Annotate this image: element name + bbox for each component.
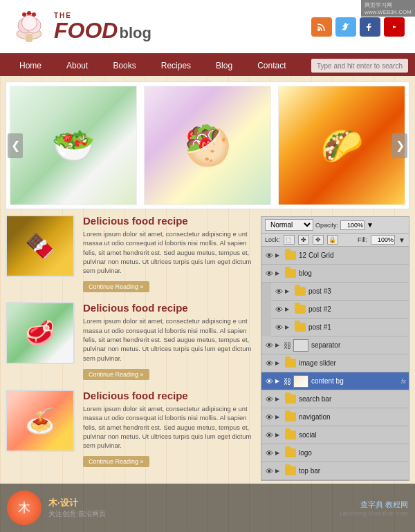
layer-eye-icon[interactable]: 👁 <box>274 287 284 296</box>
layer-post3[interactable]: 👁 ▶ post #3 <box>271 283 409 301</box>
opacity-input[interactable] <box>340 220 365 230</box>
nav-books[interactable]: Books <box>100 55 148 76</box>
layer-expand-icon[interactable]: ▶ <box>285 324 292 330</box>
layer-search-bar[interactable]: 👁 ▶ search bar <box>261 390 409 408</box>
blend-mode-select[interactable]: Normal <box>265 219 313 231</box>
svg-point-10 <box>317 28 320 31</box>
lock-move-icon[interactable]: ✥ <box>313 235 324 245</box>
layer-expand-icon[interactable]: ▶ <box>275 360 282 366</box>
lock-position-icon[interactable]: ⬚ <box>284 235 295 245</box>
nav-home[interactable]: Home <box>7 55 54 76</box>
layer-folder-icon <box>285 359 296 368</box>
layer-12-col-grid[interactable]: 👁 ▶ 12 Col Grid <box>261 247 409 265</box>
rss-icon[interactable] <box>311 17 332 37</box>
layer-eye-icon[interactable]: 👁 <box>264 466 274 476</box>
layer-eye-icon[interactable]: 👁 <box>264 341 274 350</box>
svg-rect-1 <box>26 34 33 42</box>
layer-post1[interactable]: 👁 ▶ post #1 <box>271 319 409 336</box>
logo-area: THE FOOD blog <box>10 8 151 46</box>
layer-separator[interactable]: 👁 ▶ ⛓ separator <box>261 336 409 354</box>
layer-eye-icon[interactable]: 👁 <box>264 269 274 278</box>
post-2-read-more[interactable]: Continue Reading » <box>83 369 149 380</box>
layer-eye-icon[interactable]: 👁 <box>264 377 274 386</box>
main-content: Delicious food recipe Lorem ipsum dolor … <box>0 215 415 481</box>
layer-chain-icon: ⛓ <box>284 377 290 386</box>
layer-eye-icon[interactable]: 👁 <box>264 395 274 404</box>
svg-point-4 <box>22 15 37 30</box>
layer-navigation[interactable]: 👁 ▶ navigation <box>261 408 409 426</box>
watermark-top-right: 网页学习网 www.WEB3K.COM <box>361 0 415 17</box>
nav-about[interactable]: About <box>54 55 100 76</box>
logo-blog: blog <box>119 26 151 41</box>
watermark-sub-text: 关注创意·前沿网页 <box>48 509 106 519</box>
opacity-arrow-icon[interactable]: ▼ <box>367 221 374 229</box>
nav-blog[interactable]: Blog <box>203 55 245 76</box>
slider-next-button[interactable]: ❯ <box>392 133 407 158</box>
layer-eye-icon[interactable]: 👁 <box>264 448 274 458</box>
nav-links: Home About Books Recipes Blog Contact <box>7 55 311 76</box>
slide-3-image <box>279 86 405 205</box>
slider-prev-button[interactable]: ❮ <box>8 133 23 158</box>
layer-expand-icon[interactable]: ▶ <box>275 342 282 348</box>
post-3-text: Lorem ipsum dolor sit amet, consectetur … <box>83 404 257 450</box>
nav-recipes[interactable]: Recipes <box>149 55 203 76</box>
slide-1 <box>10 86 137 205</box>
post-1-content: Delicious food recipe Lorem ipsum dolor … <box>83 215 257 292</box>
layer-expand-icon[interactable]: ▶ <box>275 450 282 456</box>
slide-2-image <box>145 86 270 205</box>
fill-input[interactable] <box>371 235 395 245</box>
layer-name-post2: post #2 <box>308 305 406 313</box>
header: THE FOOD blog <box>0 0 415 55</box>
twitter-icon[interactable] <box>335 17 356 37</box>
post-1-title: Delicious food recipe <box>83 215 257 227</box>
layer-expand-icon[interactable]: ▶ <box>275 396 282 402</box>
lock-all-icon[interactable]: 🔒 <box>327 235 338 245</box>
post-2-thumbnail <box>6 302 75 364</box>
layer-folder-icon <box>285 269 296 278</box>
post-3-content: Delicious food recipe Lorem ipsum dolor … <box>83 390 257 467</box>
layer-folder-icon <box>295 287 306 296</box>
nav-bar: Home About Books Recipes Blog Contact <box>0 55 415 76</box>
youtube-icon[interactable] <box>384 17 405 37</box>
layer-image-slider[interactable]: 👁 ▶ image slider <box>261 354 409 372</box>
layer-folder-icon <box>295 305 306 314</box>
layer-expand-icon[interactable]: ▶ <box>275 270 282 276</box>
watermark-logo: 木 <box>7 491 42 525</box>
blog-posts: Delicious food recipe Lorem ipsum dolor … <box>6 215 261 481</box>
post-3-read-more[interactable]: Continue Reading » <box>83 456 149 467</box>
layer-eye-icon[interactable]: 👁 <box>264 251 274 260</box>
post-item-3: Delicious food recipe Lorem ipsum dolor … <box>6 390 257 467</box>
layer-expand-icon[interactable]: ▶ <box>275 252 282 258</box>
logo-food: FOOD <box>54 19 118 41</box>
layer-content-bg[interactable]: 👁 ▶ ⛓ content bg fx <box>261 372 409 390</box>
watermark-bottom: 木 木·设计 关注创意·前沿网页 查字典 教程网 jiaocheng.chazi… <box>0 484 415 532</box>
post-1-read-more[interactable]: Continue Reading » <box>83 281 149 292</box>
layer-blog[interactable]: 👁 ▶ blog <box>261 265 409 283</box>
lock-pixel-icon[interactable]: ✤ <box>298 235 309 245</box>
layer-name-image-slider: image slider <box>299 359 406 367</box>
layer-eye-icon[interactable]: 👁 <box>274 323 284 332</box>
layer-eye-icon[interactable]: 👁 <box>264 430 274 440</box>
layer-folder-icon <box>285 466 296 475</box>
layer-expand-icon[interactable]: ▶ <box>275 378 282 384</box>
layer-eye-icon[interactable]: 👁 <box>264 359 274 368</box>
layer-social[interactable]: 👁 ▶ social <box>261 426 409 444</box>
fill-label: Fill: <box>358 236 367 243</box>
facebook-icon[interactable] <box>360 17 380 37</box>
search-input[interactable] <box>311 59 408 73</box>
layer-post2[interactable]: 👁 ▶ post #2 <box>271 301 409 319</box>
layer-expand-icon[interactable]: ▶ <box>285 306 292 312</box>
fill-arrow-icon[interactable]: ▼ <box>398 236 405 244</box>
nav-contact[interactable]: Contact <box>245 55 298 76</box>
layer-eye-icon[interactable]: 👁 <box>264 412 274 422</box>
layer-logo[interactable]: 👁 ▶ logo <box>261 444 409 462</box>
layer-expand-icon[interactable]: ▶ <box>275 414 282 420</box>
layer-expand-icon[interactable]: ▶ <box>275 432 282 438</box>
layer-name-social: social <box>299 431 406 439</box>
layer-expand-icon[interactable]: ▶ <box>285 288 292 294</box>
layer-expand-icon[interactable]: ▶ <box>275 468 282 474</box>
layer-fx-icon[interactable]: fx <box>401 378 406 385</box>
layer-eye-icon[interactable]: 👁 <box>274 305 284 314</box>
logo-text: THE FOOD blog <box>54 12 151 41</box>
layer-top-bar[interactable]: 👁 ▶ top bar <box>261 462 409 480</box>
